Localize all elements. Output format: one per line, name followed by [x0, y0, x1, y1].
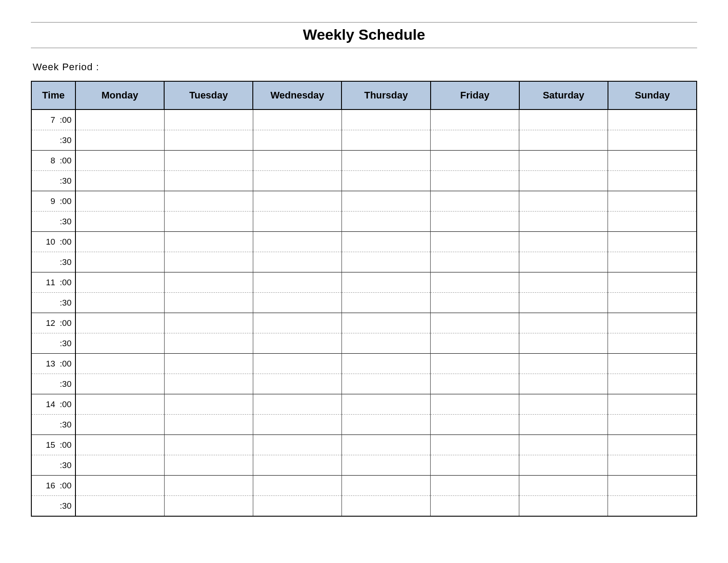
schedule-cell[interactable] — [253, 272, 341, 293]
schedule-cell[interactable] — [164, 415, 253, 435]
schedule-cell[interactable] — [431, 333, 519, 354]
schedule-cell[interactable] — [608, 333, 697, 354]
schedule-cell[interactable] — [253, 415, 341, 435]
schedule-cell[interactable] — [519, 212, 608, 232]
schedule-cell[interactable] — [164, 394, 253, 415]
schedule-cell[interactable] — [75, 232, 164, 252]
schedule-cell[interactable] — [341, 110, 430, 130]
schedule-cell[interactable] — [75, 415, 164, 435]
schedule-cell[interactable] — [608, 415, 697, 435]
schedule-cell[interactable] — [164, 476, 253, 496]
schedule-cell[interactable] — [341, 455, 430, 476]
schedule-cell[interactable] — [341, 374, 430, 394]
schedule-cell[interactable] — [253, 333, 341, 354]
schedule-cell[interactable] — [341, 232, 430, 252]
schedule-cell[interactable] — [519, 333, 608, 354]
schedule-cell[interactable] — [164, 455, 253, 476]
schedule-cell[interactable] — [519, 110, 608, 130]
schedule-cell[interactable] — [431, 212, 519, 232]
schedule-cell[interactable] — [519, 394, 608, 415]
schedule-cell[interactable] — [253, 293, 341, 313]
schedule-cell[interactable] — [164, 191, 253, 212]
schedule-cell[interactable] — [608, 374, 697, 394]
schedule-cell[interactable] — [608, 110, 697, 130]
schedule-cell[interactable] — [431, 191, 519, 212]
schedule-cell[interactable] — [608, 130, 697, 151]
schedule-cell[interactable] — [431, 496, 519, 517]
schedule-cell[interactable] — [519, 476, 608, 496]
schedule-cell[interactable] — [164, 496, 253, 517]
schedule-cell[interactable] — [75, 293, 164, 313]
schedule-cell[interactable] — [75, 151, 164, 171]
schedule-cell[interactable] — [253, 394, 341, 415]
schedule-cell[interactable] — [164, 130, 253, 151]
schedule-cell[interactable] — [608, 171, 697, 191]
schedule-cell[interactable] — [519, 232, 608, 252]
schedule-cell[interactable] — [608, 435, 697, 455]
schedule-cell[interactable] — [608, 293, 697, 313]
schedule-cell[interactable] — [431, 130, 519, 151]
schedule-cell[interactable] — [341, 212, 430, 232]
schedule-cell[interactable] — [608, 476, 697, 496]
schedule-cell[interactable] — [253, 496, 341, 517]
schedule-cell[interactable] — [608, 455, 697, 476]
schedule-cell[interactable] — [519, 313, 608, 333]
schedule-cell[interactable] — [519, 171, 608, 191]
schedule-cell[interactable] — [75, 354, 164, 374]
schedule-cell[interactable] — [608, 496, 697, 517]
schedule-cell[interactable] — [75, 110, 164, 130]
schedule-cell[interactable] — [164, 293, 253, 313]
schedule-cell[interactable] — [519, 293, 608, 313]
schedule-cell[interactable] — [75, 394, 164, 415]
schedule-cell[interactable] — [431, 171, 519, 191]
schedule-cell[interactable] — [608, 232, 697, 252]
schedule-cell[interactable] — [164, 171, 253, 191]
schedule-cell[interactable] — [431, 374, 519, 394]
schedule-cell[interactable] — [519, 374, 608, 394]
schedule-cell[interactable] — [608, 191, 697, 212]
schedule-cell[interactable] — [75, 191, 164, 212]
schedule-cell[interactable] — [341, 476, 430, 496]
schedule-cell[interactable] — [519, 130, 608, 151]
schedule-cell[interactable] — [253, 151, 341, 171]
schedule-cell[interactable] — [253, 252, 341, 272]
schedule-cell[interactable] — [341, 130, 430, 151]
schedule-cell[interactable] — [608, 394, 697, 415]
schedule-cell[interactable] — [519, 354, 608, 374]
schedule-cell[interactable] — [519, 191, 608, 212]
schedule-cell[interactable] — [341, 394, 430, 415]
schedule-cell[interactable] — [253, 374, 341, 394]
schedule-cell[interactable] — [341, 171, 430, 191]
schedule-cell[interactable] — [608, 313, 697, 333]
schedule-cell[interactable] — [519, 455, 608, 476]
schedule-cell[interactable] — [75, 313, 164, 333]
schedule-cell[interactable] — [164, 435, 253, 455]
schedule-cell[interactable] — [164, 151, 253, 171]
schedule-cell[interactable] — [431, 313, 519, 333]
schedule-cell[interactable] — [253, 191, 341, 212]
schedule-cell[interactable] — [253, 110, 341, 130]
schedule-cell[interactable] — [608, 252, 697, 272]
schedule-cell[interactable] — [253, 476, 341, 496]
schedule-cell[interactable] — [608, 272, 697, 293]
schedule-cell[interactable] — [341, 313, 430, 333]
schedule-cell[interactable] — [341, 415, 430, 435]
schedule-cell[interactable] — [341, 272, 430, 293]
schedule-cell[interactable] — [608, 151, 697, 171]
schedule-cell[interactable] — [431, 232, 519, 252]
schedule-cell[interactable] — [253, 212, 341, 232]
schedule-cell[interactable] — [75, 476, 164, 496]
schedule-cell[interactable] — [164, 333, 253, 354]
schedule-cell[interactable] — [341, 333, 430, 354]
schedule-cell[interactable] — [164, 354, 253, 374]
schedule-cell[interactable] — [164, 313, 253, 333]
schedule-cell[interactable] — [341, 293, 430, 313]
schedule-cell[interactable] — [75, 272, 164, 293]
schedule-cell[interactable] — [341, 191, 430, 212]
schedule-cell[interactable] — [253, 130, 341, 151]
schedule-cell[interactable] — [253, 354, 341, 374]
schedule-cell[interactable] — [253, 455, 341, 476]
schedule-cell[interactable] — [75, 455, 164, 476]
schedule-cell[interactable] — [75, 374, 164, 394]
schedule-cell[interactable] — [519, 496, 608, 517]
